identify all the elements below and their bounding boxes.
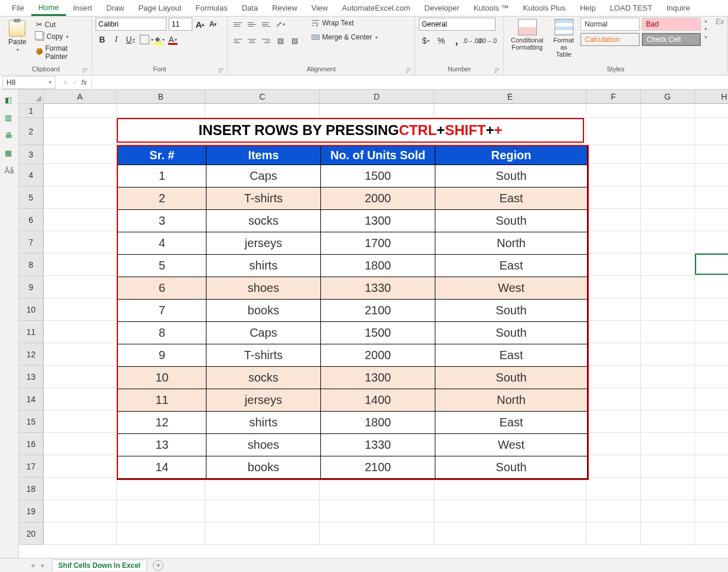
- percent-format-button[interactable]: %: [434, 34, 448, 47]
- cell[interactable]: [44, 500, 117, 522]
- cell[interactable]: [695, 104, 728, 118]
- cell[interactable]: [695, 410, 728, 433]
- cell[interactable]: [44, 118, 117, 145]
- table-cell[interactable]: East: [435, 344, 588, 367]
- cell[interactable]: [641, 388, 695, 410]
- table-cell[interactable]: shoes: [206, 434, 321, 456]
- next-sheet-icon[interactable]: ►: [40, 562, 46, 568]
- table-cell[interactable]: 1300: [321, 210, 435, 232]
- row-header-16[interactable]: 16: [19, 433, 44, 455]
- font-size-select[interactable]: [169, 18, 192, 31]
- enter-icon[interactable]: ✓: [72, 78, 78, 87]
- cell[interactable]: [641, 500, 695, 522]
- prev-sheet-icon[interactable]: ◄: [29, 562, 35, 568]
- table-header[interactable]: Region: [435, 146, 588, 165]
- cell[interactable]: [586, 321, 641, 343]
- row-header-12[interactable]: 12: [19, 343, 44, 366]
- cell[interactable]: [695, 455, 728, 478]
- cell[interactable]: [641, 186, 695, 209]
- copy-button[interactable]: Copy▾: [34, 31, 88, 42]
- cell[interactable]: [205, 104, 320, 118]
- cell[interactable]: [641, 209, 695, 231]
- table-cell[interactable]: T-shirts: [206, 188, 321, 210]
- table-cell[interactable]: jerseys: [206, 232, 321, 255]
- table-cell[interactable]: 1300: [321, 367, 435, 389]
- merge-center-button[interactable]: Merge & Center▾: [308, 32, 381, 42]
- table-cell[interactable]: 13: [118, 434, 206, 456]
- active-cell[interactable]: [695, 254, 728, 275]
- cell[interactable]: [641, 118, 695, 145]
- cell[interactable]: [695, 478, 728, 500]
- table-cell[interactable]: West: [435, 277, 588, 300]
- cell[interactable]: [205, 478, 320, 500]
- table-cell[interactable]: 1700: [321, 232, 435, 255]
- cell[interactable]: [695, 343, 728, 366]
- cell[interactable]: [434, 478, 586, 500]
- row-header-4[interactable]: 4: [19, 164, 44, 186]
- cell[interactable]: [44, 298, 117, 321]
- tab-view[interactable]: View: [304, 1, 335, 15]
- cell[interactable]: [44, 343, 117, 366]
- cell[interactable]: [320, 104, 434, 118]
- accounting-format-button[interactable]: $▾: [419, 34, 433, 47]
- table-cell[interactable]: East: [435, 255, 588, 277]
- increase-indent-button[interactable]: ▤: [288, 34, 301, 47]
- table-cell[interactable]: 1500: [321, 165, 435, 188]
- align-top-button[interactable]: [231, 18, 244, 31]
- table-cell[interactable]: 7: [118, 300, 206, 322]
- grow-font-button[interactable]: A▴: [195, 18, 205, 30]
- row-header-20[interactable]: 20: [19, 522, 44, 545]
- cell[interactable]: [586, 410, 641, 433]
- row-header-17[interactable]: 17: [19, 455, 44, 478]
- table-cell[interactable]: North: [435, 232, 588, 255]
- row-header-18[interactable]: 18: [19, 478, 44, 500]
- col-header-H[interactable]: H: [695, 90, 728, 104]
- table-cell[interactable]: books: [206, 300, 321, 322]
- cell[interactable]: [44, 410, 117, 433]
- table-cell[interactable]: 5: [118, 255, 206, 277]
- font-name-select[interactable]: [96, 18, 166, 31]
- cell[interactable]: [320, 478, 434, 500]
- table-cell[interactable]: East: [435, 188, 588, 210]
- col-header-C[interactable]: C: [205, 90, 320, 104]
- cell[interactable]: [320, 522, 434, 545]
- cell[interactable]: [434, 104, 586, 118]
- table-cell[interactable]: socks: [206, 367, 321, 389]
- cell[interactable]: [44, 145, 117, 164]
- style-calculation[interactable]: Calculation: [581, 33, 640, 46]
- bold-button[interactable]: B: [96, 33, 109, 46]
- cell[interactable]: [641, 298, 695, 321]
- cell[interactable]: [586, 366, 641, 388]
- cell[interactable]: [586, 500, 641, 522]
- cell[interactable]: [586, 118, 641, 145]
- table-cell[interactable]: 1330: [321, 434, 435, 456]
- gallery-more-icon[interactable]: ▾: [704, 34, 707, 40]
- conditional-formatting-button[interactable]: Conditional Formatting: [507, 18, 547, 52]
- format-as-table-button[interactable]: Format as Table: [549, 18, 578, 59]
- cell[interactable]: [641, 366, 695, 388]
- tab-inquire[interactable]: Inquire: [660, 1, 697, 15]
- cell[interactable]: [434, 522, 586, 545]
- cell[interactable]: [641, 254, 695, 276]
- sheet-tab-active[interactable]: Shif Cells Down In Excel: [52, 560, 147, 571]
- cell[interactable]: [586, 455, 641, 478]
- row-header-13[interactable]: 13: [19, 366, 44, 388]
- cell[interactable]: [44, 276, 117, 298]
- table-cell[interactable]: South: [435, 210, 588, 232]
- tab-automateexcel-com[interactable]: AutomateExcel.com: [335, 1, 418, 15]
- table-cell[interactable]: 9: [118, 344, 206, 367]
- cell[interactable]: [117, 104, 205, 118]
- cell[interactable]: [695, 522, 728, 545]
- format-painter-button[interactable]: Format Painter: [34, 43, 88, 62]
- cell[interactable]: [586, 186, 641, 209]
- table-cell[interactable]: socks: [206, 210, 321, 232]
- cell[interactable]: [434, 500, 586, 522]
- cell[interactable]: [44, 321, 117, 343]
- cell[interactable]: [44, 388, 117, 410]
- cell[interactable]: [695, 366, 728, 388]
- fill-color-button[interactable]: ▾: [152, 33, 165, 46]
- cell[interactable]: [695, 118, 728, 145]
- increase-decimal-button[interactable]: .0→.00: [465, 34, 479, 47]
- cell[interactable]: [641, 164, 695, 186]
- cell[interactable]: [205, 522, 320, 545]
